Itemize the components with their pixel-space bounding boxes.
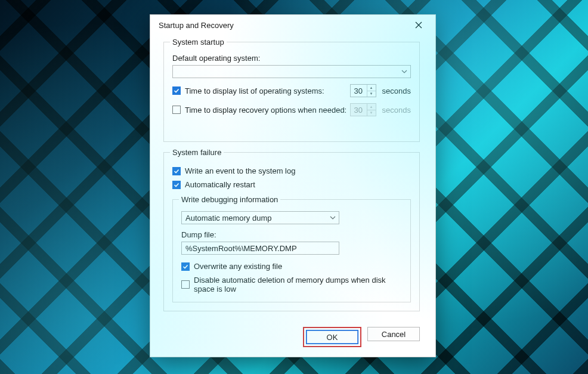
spinner-arrows-disabled: ▲ ▼: [367, 104, 376, 116]
close-icon: [415, 21, 422, 29]
time-list-value: 30: [351, 85, 367, 97]
arrow-up-icon: ▲: [367, 104, 376, 110]
debug-mode-value: Automatic memory dump: [185, 214, 272, 222]
arrow-down-icon[interactable]: ▼: [367, 91, 376, 97]
time-list-row: Time to display list of operating system…: [172, 84, 411, 97]
dump-file-value: %SystemRoot%\MEMORY.DMP: [185, 244, 297, 253]
time-list-spinner[interactable]: 30 ▲ ▼: [350, 84, 376, 97]
disable-delete-checkbox[interactable]: [181, 280, 190, 289]
overwrite-checkbox[interactable]: [181, 262, 190, 271]
dialog-title: Startup and Recovery: [156, 21, 234, 30]
ok-button[interactable]: OK: [306, 330, 358, 344]
time-list-label: Time to display list of operating system…: [185, 86, 324, 95]
overwrite-row: Overwrite any existing file: [181, 262, 402, 271]
spinner-arrows: ▲ ▼: [367, 85, 376, 97]
cancel-button[interactable]: Cancel: [367, 327, 420, 341]
system-failure-group: System failure Write an event to the sys…: [163, 148, 420, 311]
default-os-label: Default operating system:: [172, 54, 411, 63]
arrow-up-icon[interactable]: ▲: [367, 85, 376, 91]
system-failure-legend: System failure: [170, 148, 224, 157]
dialog-titlebar: Startup and Recovery: [150, 15, 435, 35]
disable-delete-label: Disable automatic deletion of memory dum…: [194, 276, 402, 293]
dump-file-input[interactable]: %SystemRoot%\MEMORY.DMP: [181, 242, 339, 255]
dump-file-label: Dump file:: [181, 230, 402, 239]
arrow-down-icon: ▼: [367, 110, 376, 116]
auto-restart-checkbox[interactable]: [172, 181, 181, 189]
default-os-dropdown[interactable]: [172, 65, 411, 78]
overwrite-label: Overwrite any existing file: [194, 262, 282, 271]
dialog-button-row: OK Cancel: [150, 324, 435, 357]
time-recovery-spinner: 30 ▲ ▼: [350, 103, 376, 116]
time-recovery-unit: seconds: [382, 106, 411, 115]
write-event-label: Write an event to the system log: [185, 166, 295, 175]
write-event-row: Write an event to the system log: [172, 166, 411, 175]
time-list-unit: seconds: [382, 86, 411, 95]
auto-restart-label: Automatically restart: [185, 180, 255, 189]
auto-restart-row: Automatically restart: [172, 180, 411, 189]
time-list-checkbox[interactable]: [172, 86, 181, 95]
system-startup-legend: System startup: [170, 38, 227, 47]
write-event-checkbox[interactable]: [172, 167, 181, 175]
time-recovery-checkbox[interactable]: [172, 106, 181, 114]
disable-delete-row: Disable automatic deletion of memory dum…: [181, 276, 402, 293]
chevron-down-icon: [329, 214, 336, 221]
time-recovery-value: 30: [351, 104, 367, 116]
close-button[interactable]: [408, 17, 429, 33]
system-startup-group: System startup Default operating system:…: [163, 38, 420, 142]
desktop-background: Startup and Recovery System startup Defa…: [0, 0, 588, 374]
time-recovery-label: Time to display recovery options when ne…: [185, 106, 346, 115]
write-debugging-group: Write debugging information Automatic me…: [172, 195, 411, 302]
startup-recovery-dialog: Startup and Recovery System startup Defa…: [150, 14, 436, 357]
chevron-down-icon: [401, 68, 408, 75]
debug-mode-dropdown[interactable]: Automatic memory dump: [181, 211, 339, 224]
write-debugging-legend: Write debugging information: [179, 195, 280, 204]
time-recovery-row: Time to display recovery options when ne…: [172, 103, 411, 116]
ok-highlight: OK: [303, 327, 361, 347]
